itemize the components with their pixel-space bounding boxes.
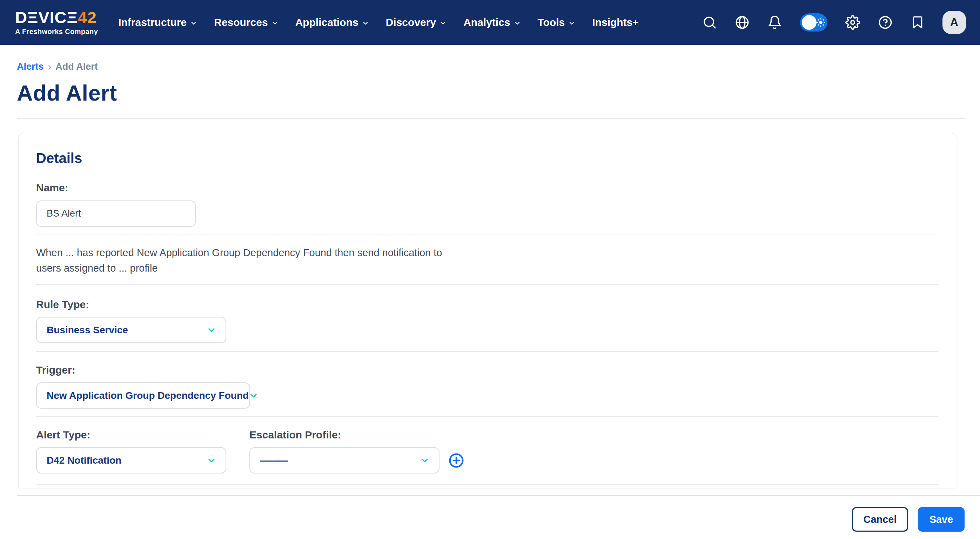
- nav-item-insights[interactable]: Insights+: [592, 16, 639, 29]
- alert-type-escalation-controls: D42 Notification ———: [36, 441, 938, 474]
- search-icon: [702, 15, 717, 30]
- user-avatar[interactable]: A: [942, 11, 966, 34]
- divider: [17, 495, 980, 496]
- chevron-down-icon: [207, 456, 216, 465]
- escalation-profile-value: ———: [260, 455, 287, 466]
- description-line-2: users assigned to ... profile: [36, 260, 938, 276]
- device42-logo[interactable]: DΞVICΞ42 A Freshworks Company: [15, 9, 98, 36]
- chevron-down-icon: [271, 19, 279, 27]
- logo-tagline: A Freshworks Company: [15, 28, 98, 36]
- alert-type-value: D42 Notification: [47, 455, 121, 466]
- cancel-button[interactable]: Cancel: [852, 507, 908, 532]
- globe-icon: [735, 15, 749, 30]
- breadcrumb-current: Add Alert: [56, 61, 98, 72]
- logo-brand-text: DΞVICΞ42: [15, 9, 98, 25]
- search-button[interactable]: [702, 15, 717, 30]
- toggle-knob: [802, 15, 816, 30]
- nav-item-discovery[interactable]: Discovery: [386, 16, 447, 29]
- page-title: Add Alert: [17, 80, 963, 106]
- sun-icon: [816, 17, 826, 27]
- chevron-down-icon: [190, 19, 197, 27]
- chevron-down-icon: [362, 19, 369, 27]
- chevron-down-icon: [514, 19, 521, 27]
- trigger-label: Trigger:: [36, 364, 938, 376]
- trigger-value: New Application Group Dependency Found: [47, 390, 249, 401]
- chevron-down-icon: [439, 19, 447, 27]
- divider: [36, 284, 938, 285]
- escalation-profile-label: Escalation Profile:: [250, 429, 341, 441]
- breadcrumb: Alerts › Add Alert: [17, 61, 963, 73]
- bookmark-icon: [910, 16, 924, 29]
- name-label: Name:: [36, 182, 938, 194]
- trigger-dropdown[interactable]: New Application Group Dependency Found: [36, 382, 250, 409]
- divider: [36, 484, 938, 485]
- details-heading: Details: [36, 133, 938, 166]
- form-footer: Cancel Save: [0, 495, 980, 539]
- chevron-down-icon: [249, 391, 258, 401]
- save-button[interactable]: Save: [918, 507, 964, 532]
- help-icon: [878, 15, 892, 30]
- main-nav: Infrastructure Resources Applications Di…: [118, 16, 639, 29]
- help-button[interactable]: [878, 15, 892, 30]
- avatar-letter: A: [950, 16, 959, 29]
- nav-item-tools[interactable]: Tools: [538, 16, 576, 29]
- description-line-1: When ... has reported New Application Gr…: [36, 245, 938, 260]
- divider: [36, 351, 938, 352]
- footer-actions: Cancel Save: [0, 507, 980, 532]
- nav-item-resources[interactable]: Resources: [214, 16, 278, 29]
- alert-type-dropdown[interactable]: D42 Notification: [36, 447, 226, 474]
- divider: [36, 234, 938, 235]
- chevron-down-icon: [568, 19, 576, 27]
- breadcrumb-separator: ›: [48, 61, 52, 73]
- rule-type-label: Rule Type:: [36, 299, 938, 311]
- rule-type-dropdown[interactable]: Business Service: [36, 317, 226, 343]
- nav-item-infrastructure[interactable]: Infrastructure: [118, 16, 197, 29]
- navbar-actions: A: [702, 11, 966, 34]
- alert-type-escalation-row: Alert Type: Escalation Profile:: [36, 429, 938, 441]
- nav-item-applications[interactable]: Applications: [295, 16, 369, 29]
- bookmark-button[interactable]: [910, 16, 924, 29]
- nav-item-analytics[interactable]: Analytics: [463, 16, 521, 29]
- globe-button[interactable]: [735, 15, 749, 30]
- alert-type-label: Alert Type:: [36, 429, 226, 441]
- breadcrumb-alerts-link[interactable]: Alerts: [17, 61, 44, 72]
- chevron-down-icon: [420, 456, 430, 465]
- divider: [17, 118, 964, 119]
- add-escalation-profile-button[interactable]: [449, 453, 464, 468]
- name-input[interactable]: [36, 200, 196, 227]
- gear-icon: [845, 15, 860, 30]
- details-card: Details Name: When ... has reported New …: [18, 133, 956, 488]
- theme-toggle[interactable]: [800, 13, 827, 32]
- settings-button[interactable]: [845, 15, 860, 30]
- chevron-down-icon: [207, 325, 216, 335]
- bell-icon: [767, 15, 782, 30]
- divider: [36, 416, 938, 417]
- logo-accent-42: 42: [78, 8, 97, 27]
- rule-type-value: Business Service: [47, 325, 128, 336]
- top-navbar: DΞVICΞ42 A Freshworks Company Infrastruc…: [0, 0, 980, 45]
- plus-circle-icon: [449, 453, 464, 468]
- notifications-button[interactable]: [767, 15, 782, 30]
- escalation-profile-dropdown[interactable]: ———: [250, 447, 439, 474]
- alert-description: When ... has reported New Application Gr…: [36, 245, 938, 276]
